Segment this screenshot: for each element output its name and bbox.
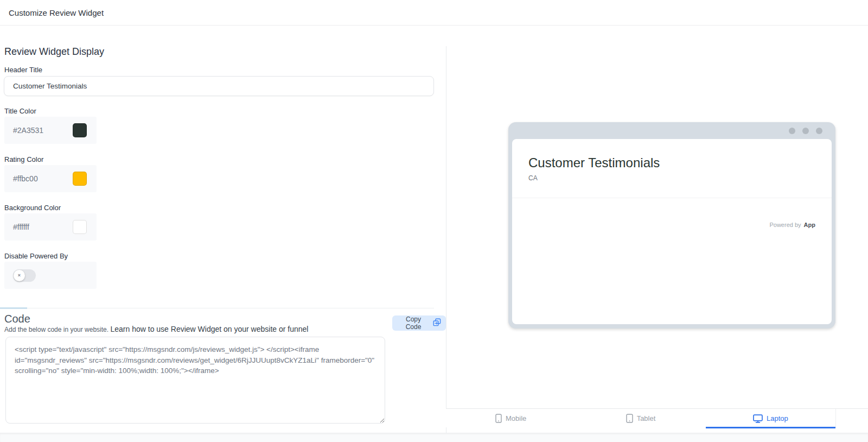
toggle-knob-x-icon: × — [14, 270, 25, 281]
preview-panel: Customer Testimonials CA Powered by App — [446, 26, 868, 433]
powered-by-text: Powered by App — [769, 222, 815, 228]
header-title-label: Header Title — [4, 66, 42, 74]
disable-powered-by-label: Disable Powered By — [4, 252, 68, 260]
code-section-title: Code — [4, 313, 30, 325]
page-title: Customize Review Widget — [9, 8, 104, 17]
tab-laptop-label: Laptop — [767, 414, 788, 422]
top-bar: Customize Review Widget — [0, 0, 868, 26]
widget-preview: Customer Testimonials CA Powered by App — [512, 139, 832, 324]
code-description: Add the below code in your website. Lear… — [4, 325, 384, 333]
background-color-label: Background Color — [4, 204, 61, 212]
background-color-field: #ffffff — [4, 213, 97, 241]
tab-laptop[interactable]: Laptop — [706, 409, 835, 428]
rating-color-field: #ffbc00 — [4, 165, 97, 192]
rating-color-swatch[interactable] — [73, 172, 87, 186]
customize-review-widget-page: Customize Review Widget Review Widget Di… — [0, 0, 868, 442]
section-title: Review Widget Display — [4, 46, 104, 58]
title-color-swatch[interactable] — [73, 123, 87, 137]
browser-mockup: Customer Testimonials CA Powered by App — [508, 122, 835, 329]
background-color-swatch[interactable] — [73, 220, 87, 234]
browser-mockup-header — [508, 122, 835, 140]
header-title-input[interactable] — [4, 76, 434, 96]
embed-code-textarea[interactable]: <script type="text/javascript" src="http… — [5, 337, 385, 424]
title-color-field: #2A3531 — [4, 117, 97, 144]
preview-divider — [512, 198, 832, 198]
window-dot-icon — [802, 128, 809, 134]
powered-by-prefix: Powered by — [769, 222, 801, 228]
bottom-strip — [0, 433, 868, 442]
settings-panel: Review Widget Display Header Title Title… — [0, 26, 446, 433]
window-dot-icon — [789, 128, 795, 134]
disable-powered-by-toggle[interactable]: × — [13, 269, 36, 282]
device-tab-bar: Mobile Tablet — [446, 408, 868, 427]
tab-tablet[interactable]: Tablet — [576, 409, 705, 428]
laptop-icon — [753, 414, 763, 423]
copy-icon — [433, 318, 441, 328]
title-color-value: #2A3531 — [13, 126, 73, 135]
preview-widget-subtitle: CA — [528, 174, 538, 182]
tab-mobile-label: Mobile — [506, 414, 526, 422]
window-dot-icon — [816, 128, 822, 134]
tab-mobile[interactable]: Mobile — [446, 409, 576, 428]
copy-code-button[interactable]: Copy Code — [392, 315, 446, 331]
code-section-divider — [0, 308, 434, 308]
preview-widget-title: Customer Testimonials — [528, 155, 660, 171]
rating-color-value: #ffbc00 — [13, 174, 73, 183]
powered-by-brand: App — [804, 222, 815, 228]
tab-tablet-label: Tablet — [637, 414, 656, 422]
rating-color-label: Rating Color — [4, 155, 43, 163]
code-description-text: Add the below code in your website. — [4, 326, 108, 333]
disable-powered-by-field: × — [4, 262, 97, 289]
background-color-value: #ffffff — [13, 223, 73, 231]
tablet-icon — [626, 414, 633, 423]
learn-how-link[interactable]: Learn how to use Review Widget on your w… — [110, 325, 308, 333]
mobile-icon — [495, 414, 502, 423]
device-tab-list: Mobile Tablet — [446, 409, 836, 428]
copy-code-label: Copy Code — [397, 315, 430, 331]
title-color-label: Title Color — [4, 107, 36, 115]
